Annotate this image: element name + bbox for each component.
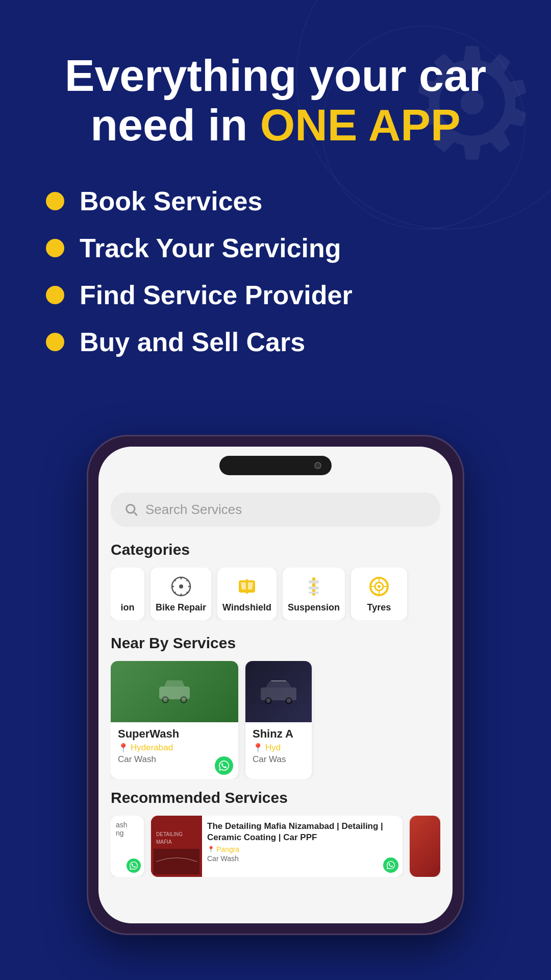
- svg-rect-15: [309, 580, 319, 583]
- category-item-windshield[interactable]: Windshield: [217, 568, 277, 620]
- location-pin-icon-2: 📍: [253, 743, 263, 753]
- shinz-img: [245, 661, 312, 722]
- feature-dot-3: [46, 286, 64, 304]
- svg-point-33: [266, 699, 270, 703]
- category-item-suspension[interactable]: Suspension: [283, 568, 345, 620]
- notch-camera: [314, 462, 321, 469]
- nearby-section: Near By Services: [111, 634, 440, 779]
- categories-title: Categories: [111, 541, 440, 558]
- hero-title-line1: Everything your car: [65, 50, 487, 101]
- svg-point-0: [127, 505, 135, 513]
- partial-category-label: ion: [121, 602, 135, 613]
- shinz-city: Hyd: [265, 743, 281, 753]
- svg-point-34: [287, 699, 291, 703]
- svg-text:MAFIA: MAFIA: [156, 839, 172, 845]
- bike-repair-icon: [169, 575, 193, 598]
- bike-repair-label: Bike Repair: [156, 602, 206, 613]
- feature-text-4: Buy and Sell Cars: [80, 327, 305, 357]
- superwash-name: SuperWash: [118, 727, 231, 741]
- svg-rect-16: [309, 586, 319, 590]
- detailing-city: Pangra: [216, 845, 239, 853]
- shinz-img-placeholder: [245, 661, 312, 722]
- svg-point-29: [182, 698, 186, 702]
- shinz-body: Shinz A 📍 Hyd Car Was: [245, 722, 312, 779]
- superwash-img-placeholder: [111, 661, 238, 722]
- svg-rect-35: [271, 680, 286, 681]
- search-bar[interactable]: Search Services: [111, 493, 440, 527]
- category-item-tyres[interactable]: Tyres: [351, 568, 407, 620]
- feature-dot-1: [46, 192, 64, 210]
- service-card-superwash[interactable]: SuperWash 📍 Hyderabad Car Wash: [111, 661, 238, 779]
- feature-dot-2: [46, 239, 64, 257]
- hero-title-highlight: ONE APP: [260, 100, 461, 150]
- feature-item-1: Book Services: [46, 186, 505, 216]
- feature-item-4: Buy and Sell Cars: [46, 327, 505, 357]
- superwash-city: Hyderabad: [131, 743, 173, 753]
- categories-row: ion: [111, 568, 440, 620]
- recommended-section: Recommended Services ash ng: [111, 789, 440, 877]
- detailing-name: The Detailing Mafia Nizamabad | Detailin…: [207, 821, 397, 843]
- suspension-label: Suspension: [288, 602, 340, 613]
- suspension-icon: [302, 575, 325, 598]
- rec-card-third[interactable]: [410, 816, 440, 877]
- phone-frame: Search Services Categories ion: [87, 435, 464, 935]
- svg-text:DETAILING: DETAILING: [156, 831, 183, 837]
- rec-card-detailing[interactable]: DETAILING MAFIA The Detailing Mafia Niza…: [151, 816, 403, 877]
- svg-point-3: [179, 584, 183, 589]
- category-item-bike-repair[interactable]: Bike Repair: [151, 568, 211, 620]
- feature-text-2: Track Your Servicing: [80, 233, 341, 263]
- phone-app-content: Search Services Categories ion: [98, 482, 453, 923]
- partial-category-icon: [116, 575, 139, 598]
- search-placeholder: Search Services: [145, 502, 242, 518]
- shinz-type: Car Was: [253, 754, 305, 765]
- svg-rect-13: [246, 579, 248, 594]
- category-item-partial[interactable]: ion: [111, 568, 144, 620]
- recommended-title: Recommended Services: [111, 789, 440, 806]
- whatsapp-button-detailing[interactable]: [383, 857, 398, 873]
- detailing-img: DETAILING MAFIA: [151, 816, 202, 877]
- hero-title-line2: need in: [90, 100, 260, 150]
- feature-item-3: Find Service Provider: [46, 280, 505, 310]
- location-pin-icon: 📍: [118, 743, 129, 753]
- features-list: Book Services Track Your Servicing Find …: [36, 186, 515, 357]
- tyres-icon: [367, 575, 391, 598]
- feature-item-2: Track Your Servicing: [46, 233, 505, 263]
- phone-inner: Search Services Categories ion: [98, 447, 453, 923]
- windshield-icon: [235, 575, 259, 598]
- feature-dot-4: [46, 333, 64, 351]
- svg-point-20: [378, 585, 381, 588]
- shinz-location: 📍 Hyd: [253, 743, 305, 753]
- phone-notch: [219, 456, 332, 475]
- service-card-shinz[interactable]: Shinz A 📍 Hyd Car Was: [245, 661, 312, 779]
- rec-card-partial-left[interactable]: ash ng: [111, 816, 144, 877]
- detailing-location: 📍 Pangra: [207, 845, 397, 853]
- search-icon: [124, 502, 138, 517]
- svg-rect-17: [309, 592, 319, 594]
- shinz-name: Shinz A: [253, 727, 305, 741]
- svg-rect-39: [154, 849, 199, 874]
- location-pin-icon-3: 📍: [207, 846, 215, 853]
- feature-text-1: Book Services: [80, 186, 262, 216]
- detailing-type: Car Wash: [207, 854, 397, 863]
- svg-line-1: [134, 512, 137, 516]
- hero-title: Everything your car need in ONE APP: [36, 51, 515, 150]
- nearby-title: Near By Services: [111, 634, 440, 652]
- whatsapp-button-superwash[interactable]: [215, 756, 233, 775]
- superwash-type: Car Wash: [118, 754, 231, 765]
- windshield-label: Windshield: [222, 602, 271, 613]
- superwash-location: 📍 Hyderabad: [118, 743, 231, 753]
- superwash-img: [111, 661, 238, 722]
- nearby-cards: SuperWash 📍 Hyderabad Car Wash: [111, 661, 440, 779]
- tyres-label: Tyres: [367, 602, 391, 613]
- hero-section: Everything your car need in ONE APP Book…: [0, 0, 551, 404]
- recommended-cards: ash ng: [111, 816, 440, 877]
- phone-container: Search Services Categories ion: [0, 435, 551, 935]
- svg-point-28: [163, 698, 167, 702]
- feature-text-3: Find Service Provider: [80, 280, 353, 310]
- detailing-body: The Detailing Mafia Nizamabad | Detailin…: [202, 816, 403, 877]
